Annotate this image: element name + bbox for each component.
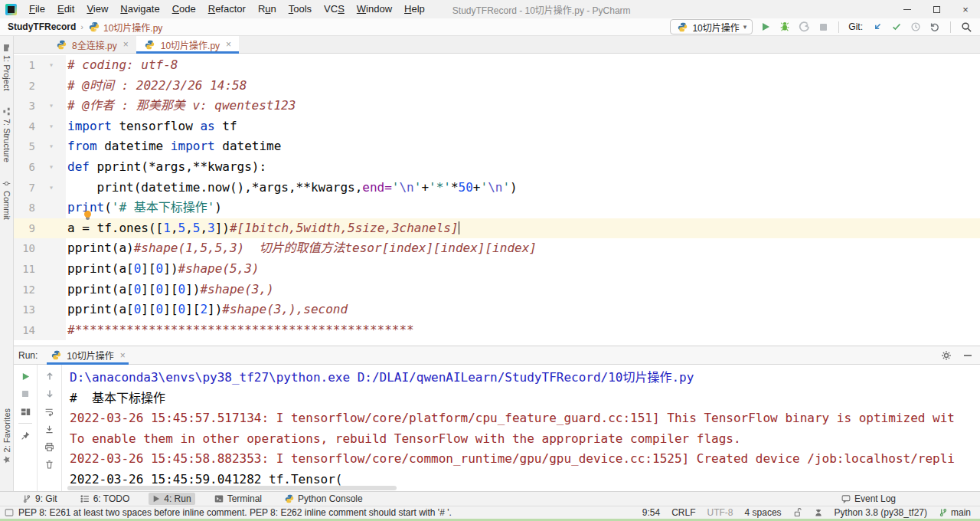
hide-panel-icon[interactable] — [962, 349, 974, 362]
toolwindow-label: Terminal — [227, 493, 262, 504]
restore-layout-button[interactable] — [19, 405, 31, 418]
menu-item-vcs[interactable]: VCS — [318, 0, 351, 18]
code-line[interactable]: 8print('# 基本下标操作') — [14, 198, 980, 218]
console-horizontal-scrollbar[interactable] — [67, 486, 397, 490]
stripe-label: 7: Structure — [2, 119, 11, 162]
stop-console-button[interactable] — [19, 388, 31, 400]
fold-marker-icon[interactable]: ▾ — [37, 178, 66, 198]
highlighting-level-icon[interactable] — [814, 508, 823, 517]
menu-item-file[interactable]: File — [23, 0, 51, 18]
toolwindow-python-console[interactable]: Python Console — [281, 493, 367, 505]
up-stack-trace-button[interactable] — [44, 370, 56, 382]
indent-widget[interactable]: 4 spaces — [745, 507, 782, 518]
code-line[interactable]: 1▾# coding: utf-8 — [14, 55, 980, 76]
toolwindow-git[interactable]: 9: Git — [18, 493, 61, 505]
toolwindow-todo[interactable]: 6: TODO — [77, 493, 134, 505]
fold-marker-icon[interactable]: ▾ — [37, 96, 66, 116]
encoding-widget[interactable]: UTF-8 — [707, 507, 733, 518]
toolbar-separator — [950, 21, 951, 33]
code-line[interactable]: 5▾from datetime import datetime — [14, 136, 980, 157]
run-button[interactable] — [760, 21, 772, 33]
code-line[interactable]: 11pprint(a[0][0])#shape(5,3) — [14, 259, 980, 280]
profiler-button[interactable] — [798, 21, 810, 33]
clear-console-button[interactable] — [44, 458, 56, 470]
title-bar: FileEditViewNavigateCodeRefactorRunTools… — [0, 0, 980, 18]
run-tab[interactable]: 10切片操作 × — [45, 346, 129, 364]
code-line[interactable]: 6▾def pprint(*args,**kwargs): — [14, 157, 980, 178]
gear-icon[interactable] — [940, 349, 952, 362]
rerun-button[interactable] — [19, 370, 31, 382]
run-configuration-name: 10切片操作 — [692, 21, 739, 34]
print-button[interactable] — [44, 441, 56, 453]
editor-tab[interactable]: 8全连接.py× — [47, 36, 136, 53]
inspections-widget-icon[interactable] — [5, 508, 14, 517]
fold-marker-icon[interactable]: ▾ — [37, 55, 66, 76]
menu-item-run[interactable]: Run — [252, 0, 283, 18]
code-text: print(datetime.now(),*args,**kwargs,end=… — [66, 178, 518, 198]
menu-item-refactor[interactable]: Refactor — [202, 0, 252, 18]
editor-tabs: 8全连接.py×10切片操作.py× — [14, 36, 980, 54]
status-bar: PEP 8: E261 at least two spaces before i… — [0, 506, 980, 519]
line-number: 5 — [14, 136, 37, 157]
down-stack-trace-button[interactable] — [44, 388, 56, 400]
editor-tab[interactable]: 10切片操作.py× — [136, 36, 239, 53]
lock-icon[interactable] — [793, 508, 802, 517]
tab-close-icon[interactable]: × — [123, 39, 129, 50]
pin-tab-button[interactable] — [19, 429, 31, 441]
rollback-button[interactable] — [929, 21, 941, 33]
menu-item-tools[interactable]: Tools — [283, 0, 318, 18]
code-line[interactable]: 4▾import tensorflow as tf — [14, 116, 980, 137]
code-line[interactable]: 2# @时间 : 2022/3/26 14:58 — [14, 76, 980, 97]
maximize-button[interactable] — [922, 0, 951, 18]
git-branch-widget[interactable]: main — [939, 507, 971, 518]
code-line[interactable]: 13pprint(a[0][0][0][2])#shape(3,),second — [14, 300, 980, 320]
menu-item-navigate[interactable]: Navigate — [114, 0, 165, 18]
update-project-button[interactable] — [871, 21, 884, 33]
run-configuration-select[interactable]: 10切片操作 ▾ — [670, 19, 753, 34]
code-line[interactable]: 10pprint(a)#shape(1,5,5,3) 切片的取值方法tesor[… — [14, 238, 980, 259]
code-line[interactable]: 3▾# @作者 : 那美那美 v: qwentest123 — [14, 96, 980, 116]
line-number: 14 — [14, 320, 37, 341]
line-separator-widget[interactable]: CRLF — [671, 507, 695, 518]
sidebar-item-project[interactable]: 1: Project — [2, 44, 11, 90]
soft-wrap-button[interactable] — [44, 405, 56, 418]
caret-position-widget[interactable]: 9:54 — [642, 507, 660, 518]
python-file-icon — [50, 349, 62, 362]
debug-button[interactable] — [779, 21, 791, 33]
toolwindow-terminal[interactable]: Terminal — [211, 493, 266, 505]
toolwindow-run[interactable]: 4: Run — [149, 493, 194, 505]
breadcrumb-file[interactable]: 10切片操作.py — [103, 21, 162, 34]
code-line[interactable]: 7▾ print(datetime.now(),*args,**kwargs,e… — [14, 178, 980, 198]
history-button[interactable] — [910, 21, 922, 33]
sidebar-item-favorites[interactable]: 2: Favorites — [2, 408, 11, 464]
breadcrumb-project[interactable]: StudyTFRecord — [8, 21, 76, 32]
code-line[interactable]: 9a = tf.ones([1,5,5,3])#[1bitch,5width,5… — [14, 218, 980, 239]
minimize-button[interactable] — [893, 0, 922, 18]
menu-item-window[interactable]: Window — [351, 0, 398, 18]
menu-item-code[interactable]: Code — [166, 0, 202, 18]
code-line[interactable]: 12pprint(a[0][0][0])#shape(3,) — [14, 280, 980, 300]
close-button[interactable]: × — [951, 0, 980, 18]
editor-code[interactable]: 1▾# coding: utf-82# @时间 : 2022/3/26 14:5… — [14, 54, 980, 346]
run-panel-label: Run: — [18, 350, 38, 361]
interpreter-widget[interactable]: Python 3.8 (py38_tf27) — [835, 507, 927, 518]
fold-marker-icon[interactable]: ▾ — [37, 116, 66, 137]
menu-item-edit[interactable]: Edit — [51, 0, 80, 18]
menu-item-help[interactable]: Help — [398, 0, 431, 18]
line-number: 7 — [14, 178, 37, 198]
fold-marker-icon[interactable]: ▾ — [37, 157, 66, 178]
fold-marker-icon — [37, 300, 66, 320]
fold-marker-icon — [37, 320, 66, 341]
menu-item-view[interactable]: View — [80, 0, 114, 18]
commit-button[interactable] — [890, 21, 903, 33]
close-icon[interactable]: × — [120, 350, 126, 361]
scroll-to-end-button[interactable] — [44, 423, 56, 435]
sidebar-item-commit[interactable]: Commit — [2, 179, 11, 220]
stop-button[interactable] — [817, 21, 829, 33]
event-log-button[interactable]: Event Log — [841, 493, 896, 504]
sidebar-item-structure[interactable]: 7: Structure — [2, 107, 11, 162]
fold-marker-icon[interactable]: ▾ — [37, 136, 66, 157]
code-line[interactable]: 14#*************************************… — [14, 320, 980, 341]
search-everywhere-icon[interactable] — [960, 21, 972, 33]
tab-close-icon[interactable]: × — [226, 39, 231, 50]
